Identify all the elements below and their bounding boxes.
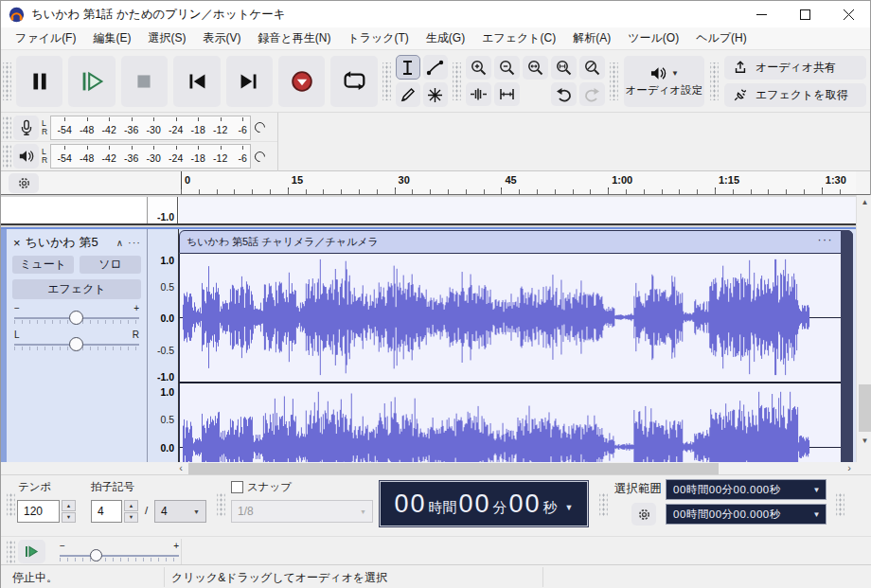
menu-item-9[interactable]: ツール(O) (619, 27, 687, 49)
menu-item-3[interactable]: 表示(V) (194, 27, 249, 49)
scroll-up-arrow[interactable]: ▲ (857, 198, 871, 206)
timeline-ruler[interactable]: 01530451:001:151:30 (179, 171, 856, 194)
waveform-channel-1[interactable] (179, 254, 841, 382)
track-selected: × ちいかわ 第5 ∧ ··· ミュート ソロ エフェクト − + (1, 227, 856, 462)
record-meter-button[interactable] (13, 116, 39, 140)
track-partial-control-panel[interactable] (1, 197, 148, 223)
close-button[interactable] (827, 1, 870, 27)
clip-header[interactable]: ちいかわ 第5話 チャリメラ／チャルメラ ··· (179, 230, 853, 254)
toolbar-grip[interactable] (3, 62, 11, 100)
toolbar-grip[interactable] (7, 492, 15, 517)
get-effects-button[interactable]: エフェクトを取得 (724, 83, 866, 107)
scroll-left-arrow[interactable]: ‹ (174, 462, 187, 475)
stop-button[interactable] (121, 56, 168, 107)
track-partial-vertical-ruler[interactable]: -1.0 (148, 197, 178, 223)
slider-track[interactable] (60, 555, 179, 557)
undo-button[interactable] (551, 82, 577, 106)
toolbar-grip[interactable] (599, 492, 608, 517)
redo-button[interactable] (579, 82, 605, 106)
gain-slider[interactable]: − + (14, 305, 139, 328)
pan-slider-knob[interactable] (69, 337, 83, 351)
recording-meter[interactable]: -54-48-42-36-30-24-18-12-6 (50, 116, 251, 140)
undo-icon (555, 86, 573, 102)
zoom-out-button[interactable] (494, 56, 520, 80)
toolbar-grip[interactable] (3, 144, 11, 169)
menu-item-7[interactable]: エフェクト(C) (473, 27, 564, 49)
vertical-scrollbar-thumb[interactable] (859, 384, 871, 432)
toolbar-grip[interactable] (3, 116, 11, 140)
menu-item-10[interactable]: ヘルプ(H) (687, 27, 755, 49)
timesig-spinner[interactable]: ▲▼ (124, 500, 138, 523)
toolbar-grip[interactable] (610, 62, 618, 100)
zoom-selection-button[interactable] (523, 56, 548, 80)
scroll-right-arrow[interactable]: › (843, 462, 856, 475)
loop-button[interactable] (330, 56, 377, 107)
timesig-denominator-select[interactable]: 4 ▼ (154, 500, 206, 523)
toolbar-grip[interactable] (217, 492, 225, 517)
play-at-speed-button[interactable] (18, 540, 45, 563)
menu-item-4[interactable]: 録音と再生(N) (249, 27, 339, 49)
silence-selection-button[interactable] (494, 82, 520, 106)
toolbar-grip[interactable] (382, 62, 391, 100)
trim-outside-selection-button[interactable] (466, 82, 491, 106)
playback-meter[interactable]: -54-48-42-36-30-24-18-12-6 (50, 144, 251, 169)
timeline-options-button[interactable] (9, 173, 39, 193)
menu-item-0[interactable]: ファイル(F) (7, 27, 84, 49)
scroll-down-arrow[interactable]: ▼ (857, 437, 871, 445)
pause-button[interactable] (16, 56, 62, 107)
toolbar-grip[interactable] (836, 492, 844, 517)
envelope-tool-button[interactable] (423, 55, 448, 80)
effects-button[interactable]: エフェクト (12, 279, 141, 299)
selection-end-field[interactable]: 00時間00分00.000秒 ▼ (666, 504, 827, 525)
draw-tool-button[interactable] (396, 82, 420, 107)
toolbar-grip[interactable] (710, 62, 719, 100)
audio-position-display[interactable]: 00 時間 00 分 00 秒 ▼ (380, 481, 588, 526)
track-close-button[interactable]: × (13, 236, 21, 250)
fit-project-button[interactable] (551, 56, 577, 80)
chevron-down-icon[interactable]: ▼ (565, 503, 574, 512)
track-name[interactable]: ちいかわ 第5 (26, 234, 98, 251)
mute-button[interactable]: ミュート (12, 256, 74, 274)
snap-checkbox[interactable] (231, 481, 243, 493)
zoom-in-button[interactable] (466, 56, 491, 80)
snap-select[interactable]: 1/8 ▼ (231, 500, 373, 523)
minimize-button[interactable] (739, 1, 783, 27)
audio-setup-button[interactable]: ▼ オーディオ設定 (624, 56, 704, 107)
skip-to-start-button[interactable] (173, 56, 220, 107)
menu-item-8[interactable]: 解析(A) (564, 27, 619, 49)
toolbar-grip[interactable] (7, 540, 15, 564)
track-collapse-button[interactable]: ∧ (116, 238, 123, 248)
track-partial-waveform-area[interactable] (179, 197, 856, 223)
share-audio-button[interactable]: オーディオ共有 (724, 56, 866, 80)
gain-slider-knob[interactable] (69, 311, 83, 325)
record-button[interactable] (278, 56, 325, 107)
zoom-toggle-button[interactable] (579, 56, 605, 80)
selection-tool-button[interactable] (396, 55, 420, 80)
menu-item-5[interactable]: トラック(T) (339, 27, 417, 49)
skip-to-end-button[interactable] (226, 56, 273, 107)
tempo-spinner[interactable]: ▲▼ (62, 500, 76, 523)
menu-item-1[interactable]: 編集(E) (84, 27, 139, 49)
waveform-channel-2[interactable] (179, 383, 841, 464)
multi-tool-button[interactable] (423, 82, 448, 107)
track-vertical-ruler[interactable]: 1.00.50.0-0.5-1.01.00.50.0 (148, 229, 179, 462)
selection-start-field[interactable]: 00時間00分00.000秒 ▼ (666, 479, 827, 500)
maximize-button[interactable] (783, 1, 827, 27)
timesig-numerator-input[interactable]: 4 (91, 500, 122, 523)
selection-options-button[interactable] (631, 503, 656, 526)
pan-slider[interactable]: L R (14, 331, 139, 354)
clip-menu-button[interactable]: ··· (818, 233, 834, 246)
timeline-minor-ticks (181, 189, 856, 194)
menu-item-6[interactable]: 生成(G) (418, 27, 473, 49)
menu-item-2[interactable]: 選択(S) (139, 27, 194, 49)
clip-right-edge-handle[interactable] (841, 230, 853, 464)
play-button[interactable] (68, 56, 115, 107)
playback-meter-button[interactable] (13, 144, 39, 169)
solo-button[interactable]: ソロ (80, 256, 141, 274)
track-menu-button[interactable]: ··· (128, 237, 141, 248)
speed-slider-knob[interactable] (90, 549, 102, 561)
tempo-input[interactable]: 120 (17, 500, 60, 523)
horizontal-scrollbar-thumb[interactable] (188, 463, 719, 474)
vertical-scrollbar[interactable]: ▲ ▼ (856, 195, 871, 462)
toolbar-grip[interactable] (453, 62, 461, 100)
